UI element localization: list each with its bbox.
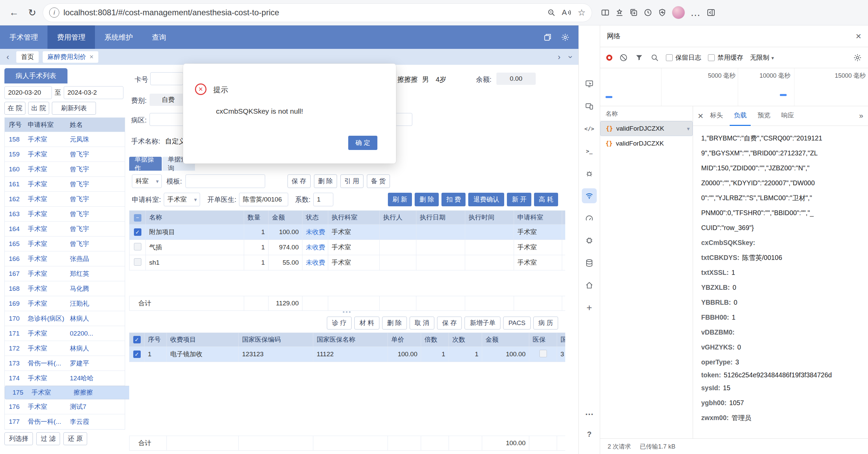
dept-select[interactable]: 科室 bbox=[132, 174, 162, 188]
request-dept-select[interactable]: 手术室 bbox=[164, 193, 200, 206]
disable-cache-checkbox[interactable] bbox=[708, 54, 715, 61]
patient-row[interactable]: 177骨伤一科(...李云霞 bbox=[5, 414, 125, 429]
inspect-icon[interactable] bbox=[582, 76, 597, 91]
patient-row-selected[interactable]: 175手术室擦擦擦 bbox=[5, 386, 137, 399]
charge-select-all-checkbox[interactable] bbox=[133, 336, 141, 343]
preserve-log-checkbox[interactable] bbox=[666, 54, 673, 61]
tab-response[interactable]: 响应 bbox=[777, 106, 798, 126]
console-panel-icon[interactable]: >_ bbox=[582, 144, 597, 158]
more-menu-icon[interactable] bbox=[690, 7, 701, 18]
devtools-close-icon[interactable] bbox=[856, 31, 861, 42]
network-panel-icon[interactable] bbox=[582, 188, 597, 203]
tabs-overflow-icon[interactable] bbox=[859, 112, 863, 120]
tab-home[interactable]: 首页 bbox=[16, 51, 39, 63]
doctor-input[interactable] bbox=[239, 193, 288, 206]
confirm-button[interactable]: 确 定 bbox=[348, 136, 377, 150]
patient-row[interactable]: 159手术室曾飞宇 bbox=[5, 147, 125, 162]
splitter-handle[interactable] bbox=[339, 310, 354, 313]
patient-row[interactable]: 172手术室林病人 bbox=[5, 341, 125, 356]
patient-row[interactable]: 162手术室曾飞宇 bbox=[5, 192, 125, 207]
treatment-button[interactable]: 诊 疗 bbox=[327, 317, 352, 329]
tab-close-icon[interactable] bbox=[90, 53, 94, 61]
high-cost-button[interactable]: 高 耗 bbox=[534, 193, 558, 206]
refresh-list-button[interactable]: 刷新列表 bbox=[52, 102, 96, 115]
tab-preview[interactable]: 预览 bbox=[753, 106, 774, 126]
site-info-icon[interactable]: i bbox=[49, 7, 59, 18]
home-panel-icon[interactable] bbox=[582, 278, 597, 293]
address-bar[interactable]: i localhost:8081/#/cost-management/anest… bbox=[43, 3, 592, 22]
date-to-input[interactable] bbox=[64, 86, 123, 99]
refresh-button[interactable]: 刷 新 bbox=[388, 193, 412, 206]
network-settings-gear-icon[interactable] bbox=[853, 53, 862, 62]
material-button[interactable]: 材 料 bbox=[354, 317, 379, 329]
item-row[interactable]: 气插 1 974.00 未收费 手术室 手术室 汪勤礼 bbox=[130, 240, 566, 255]
item-checkbox[interactable] bbox=[134, 258, 141, 266]
profile-avatar[interactable] bbox=[672, 6, 685, 19]
refresh-icon[interactable] bbox=[24, 5, 40, 20]
nav-item-surgery[interactable]: 手术管理 bbox=[0, 25, 47, 49]
network-timeline[interactable]: 5000 毫秒 10000 毫秒 15000 毫秒 bbox=[600, 68, 868, 106]
back-icon[interactable] bbox=[6, 5, 22, 20]
add-tools-icon[interactable] bbox=[582, 300, 597, 315]
url-text[interactable]: localhost:8081/#/cost-management/anesthe… bbox=[63, 8, 543, 17]
reference-button[interactable]: 引 用 bbox=[340, 174, 363, 188]
patient-row[interactable]: 170急诊科(病区)林病人 bbox=[5, 311, 125, 326]
help-icon[interactable] bbox=[582, 427, 597, 442]
tab-doc-operation[interactable]: 单据操作 bbox=[129, 157, 162, 171]
delete-item-button[interactable]: 删 除 bbox=[415, 193, 439, 206]
patient-row[interactable]: 168手术室马化腾 bbox=[5, 281, 125, 296]
patient-row[interactable]: 160手术室曾飞宇 bbox=[5, 162, 125, 177]
factor-input[interactable] bbox=[313, 193, 333, 206]
restore-button[interactable]: 还 原 bbox=[63, 432, 87, 445]
delete-button[interactable]: 删 除 bbox=[314, 174, 337, 188]
save-button[interactable]: 保 存 bbox=[288, 174, 311, 188]
patient-row[interactable]: 176手术室测试7 bbox=[5, 399, 125, 414]
nav-item-cost[interactable]: 费用管理 bbox=[47, 25, 95, 49]
elements-panel-icon[interactable]: </> bbox=[582, 121, 597, 136]
device-emulation-icon[interactable] bbox=[582, 99, 597, 114]
charge-delete-button[interactable]: 删 除 bbox=[382, 317, 407, 329]
discharged-button[interactable]: 出 院 bbox=[28, 102, 49, 115]
sidebar-toggle-icon[interactable] bbox=[707, 8, 715, 17]
nav-item-maintenance[interactable]: 系统维护 bbox=[95, 25, 142, 49]
patient-row[interactable]: 163手术室曾飞宇 bbox=[5, 207, 125, 222]
patient-row[interactable]: 167手术室郑红英 bbox=[5, 266, 125, 281]
debugger-bug-icon[interactable] bbox=[582, 166, 597, 181]
charge-row-checkbox[interactable] bbox=[133, 351, 141, 358]
record-button[interactable] bbox=[606, 55, 612, 61]
pacs-button[interactable]: PACS bbox=[503, 317, 530, 329]
patient-row[interactable]: 158手术室元凤珠 bbox=[5, 132, 125, 147]
stock-button[interactable]: 备 货 bbox=[367, 174, 390, 188]
patient-row[interactable]: 161手术室曾飞宇 bbox=[5, 177, 125, 192]
patient-row[interactable]: 174手术室124哈哈 bbox=[5, 371, 125, 386]
patient-row[interactable]: 166手术室张燕晶 bbox=[5, 251, 125, 266]
tab-scroll-right-icon[interactable] bbox=[555, 52, 564, 62]
clear-button[interactable] bbox=[619, 53, 628, 62]
items-select-all-checkbox[interactable] bbox=[134, 214, 141, 222]
item-row[interactable]: 附加项目 1 100.00 未收费 手术室 手术室 汪勤礼 bbox=[130, 225, 566, 240]
filter-button[interactable]: 过 滤 bbox=[36, 432, 60, 445]
template-input[interactable] bbox=[185, 174, 265, 188]
nav-item-query[interactable]: 查询 bbox=[142, 25, 176, 49]
charge-button[interactable]: 扣 费 bbox=[441, 193, 466, 206]
split-screen-icon[interactable] bbox=[601, 8, 610, 17]
tab-payload[interactable]: 负载 bbox=[730, 106, 751, 126]
new-order-button[interactable]: 新 开 bbox=[507, 193, 531, 206]
request-row[interactable]: validForDJCZXK bbox=[600, 121, 693, 136]
in-hospital-button[interactable]: 在 院 bbox=[4, 102, 25, 115]
tab-headers[interactable]: 标头 bbox=[706, 106, 727, 126]
patient-row[interactable]: 165手术室曾飞宇 bbox=[5, 237, 125, 251]
charge-row[interactable]: 1 电子镜加收 123123 11122 100.00 1 1 100.00 3 bbox=[130, 347, 566, 362]
more-options-icon[interactable] bbox=[582, 404, 597, 419]
charge-save-button[interactable]: 保 存 bbox=[437, 317, 462, 329]
refund-confirm-button[interactable]: 退费确认 bbox=[468, 193, 504, 206]
zoom-out-icon[interactable] bbox=[547, 8, 556, 17]
patient-row[interactable]: 164手术室曾飞宇 bbox=[5, 222, 125, 237]
medical-record-button[interactable]: 病 历 bbox=[533, 317, 558, 329]
read-aloud-icon[interactable]: A bbox=[562, 8, 572, 17]
patient-row[interactable]: 173骨伤一科(...罗建平 bbox=[5, 356, 125, 371]
throttling-select[interactable]: 无限制 bbox=[750, 53, 774, 62]
favorite-star-icon[interactable] bbox=[578, 7, 586, 18]
item-checkbox[interactable] bbox=[134, 243, 141, 250]
favorites-icon[interactable] bbox=[615, 8, 624, 17]
